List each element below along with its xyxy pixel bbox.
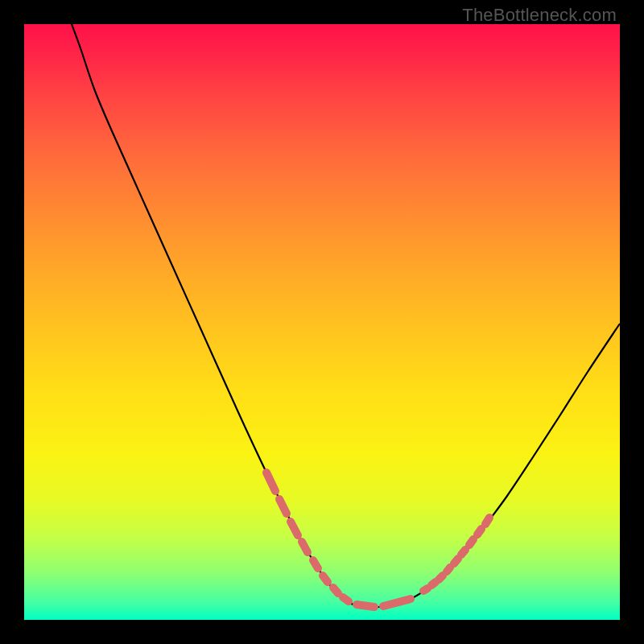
marker-segment	[357, 605, 374, 607]
marker-segment	[323, 576, 328, 582]
marker-segment	[485, 518, 489, 524]
marker-segment	[313, 560, 318, 568]
marker-segment	[279, 499, 287, 514]
marker-segment	[447, 568, 450, 572]
curve-line	[69, 18, 620, 607]
marker-segment	[383, 599, 411, 606]
watermark-text: TheBottleneck.com	[462, 5, 617, 26]
marker-segment	[431, 582, 436, 585]
chart-svg	[24, 24, 620, 620]
marker-segment	[302, 542, 308, 552]
plot-area	[24, 24, 620, 620]
marker-segment	[333, 588, 338, 593]
marker-segment	[439, 576, 443, 580]
marker-segment	[291, 522, 298, 535]
marker-segment	[454, 559, 458, 564]
chart-frame: TheBottleneck.com	[0, 0, 644, 644]
marker-segment	[469, 539, 473, 545]
marker-segment	[423, 588, 427, 591]
markers-group	[266, 473, 489, 607]
marker-segment	[266, 473, 275, 491]
marker-segment	[343, 597, 349, 601]
marker-segment	[461, 550, 465, 555]
marker-segment	[477, 529, 481, 535]
